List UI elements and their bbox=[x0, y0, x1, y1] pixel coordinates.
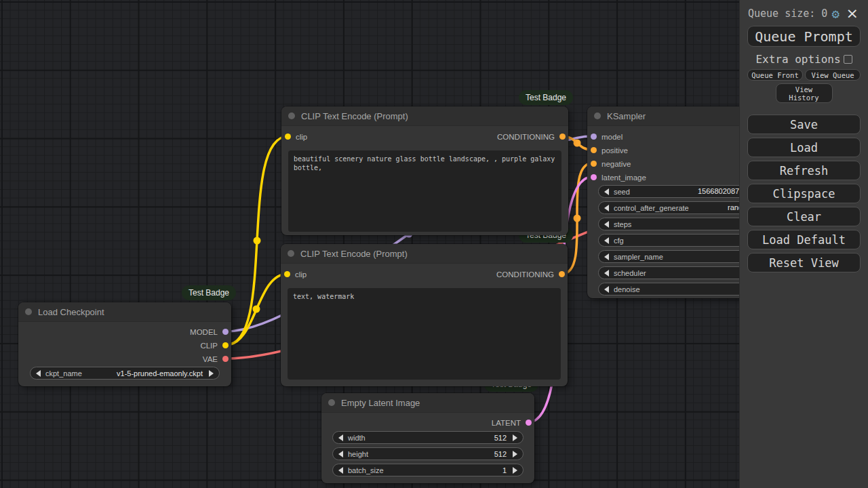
queue-prompt-button[interactable]: Queue Prompt bbox=[747, 26, 861, 47]
extra-options-checkbox[interactable] bbox=[844, 55, 852, 64]
node-graph-canvas[interactable]: Test Badge Test Badge Test Badge Test Ba… bbox=[0, 0, 868, 488]
clip-slot-icon[interactable] bbox=[222, 342, 229, 348]
refresh-button[interactable]: Refresh bbox=[747, 161, 861, 180]
decrement-arrow-icon[interactable] bbox=[338, 467, 343, 474]
input-slot-model[interactable]: model bbox=[591, 133, 623, 140]
output-slot-vae[interactable]: VAE bbox=[203, 355, 229, 363]
collapse-toggle-icon[interactable] bbox=[594, 113, 601, 119]
input-slot-latent-image[interactable]: latent_image bbox=[591, 174, 646, 181]
node-title-bar[interactable]: CLIP Text Encode (Prompt) bbox=[281, 106, 568, 126]
conditioning-slot-icon[interactable] bbox=[591, 147, 597, 153]
decrement-arrow-icon[interactable] bbox=[604, 253, 609, 260]
node-title-bar[interactable]: Load Checkpoint bbox=[18, 302, 231, 322]
decrement-arrow-icon[interactable] bbox=[36, 370, 41, 377]
decrement-arrow-icon[interactable] bbox=[338, 434, 343, 441]
node-empty-latent-image[interactable]: Empty Latent Image LATENT width 512 heig… bbox=[321, 393, 534, 483]
latent-slot-icon[interactable] bbox=[591, 174, 597, 180]
load-default-button[interactable]: Load Default bbox=[747, 230, 861, 249]
output-slot-model[interactable]: MODEL bbox=[190, 328, 229, 336]
extra-options-label: Extra options bbox=[755, 53, 840, 66]
output-slot-clip[interactable]: CLIP bbox=[200, 342, 229, 349]
node-load-checkpoint[interactable]: Load Checkpoint MODEL CLIP VAE ckpt_name… bbox=[18, 302, 231, 386]
node-title: CLIP Text Encode (Prompt) bbox=[300, 249, 408, 259]
node-title: Empty Latent Image bbox=[341, 398, 420, 408]
output-slot-latent[interactable]: LATENT bbox=[492, 419, 532, 426]
width-widget[interactable]: width 512 bbox=[332, 431, 524, 444]
comfy-menu-panel: Queue size: 0 ⚙ × Queue Prompt Extra opt… bbox=[739, 0, 868, 488]
collapse-toggle-icon[interactable] bbox=[288, 113, 295, 119]
model-slot-icon[interactable] bbox=[222, 329, 229, 335]
input-slot-clip[interactable]: clip bbox=[285, 133, 307, 140]
test-badge: Test Badge bbox=[519, 90, 573, 105]
ckpt-name-widget[interactable]: ckpt_name v1-5-pruned-emaonly.ckpt bbox=[30, 367, 220, 380]
clip-slot-icon[interactable] bbox=[285, 134, 291, 140]
decrement-arrow-icon[interactable] bbox=[604, 270, 609, 277]
queue-size-label: Queue size: 0 bbox=[748, 7, 827, 20]
increment-arrow-icon[interactable] bbox=[513, 451, 517, 458]
extra-options-row: Extra options bbox=[740, 53, 868, 66]
clear-button[interactable]: Clear bbox=[747, 207, 861, 226]
vae-slot-icon[interactable] bbox=[222, 356, 229, 362]
menu-header: Queue size: 0 ⚙ × bbox=[740, 0, 868, 21]
conditioning-slot-icon[interactable] bbox=[559, 271, 565, 277]
decrement-arrow-icon[interactable] bbox=[604, 237, 609, 244]
node-clip-text-encode-1[interactable]: CLIP Text Encode (Prompt) clip CONDITION… bbox=[281, 106, 568, 235]
conditioning-slot-icon[interactable] bbox=[559, 134, 566, 140]
decrement-arrow-icon[interactable] bbox=[604, 286, 609, 293]
positive-prompt-textarea[interactable]: beautiful scenery nature glass bottle la… bbox=[288, 150, 561, 232]
collapse-toggle-icon[interactable] bbox=[288, 250, 294, 257]
save-button[interactable]: Save bbox=[747, 115, 861, 134]
decrement-arrow-icon[interactable] bbox=[338, 451, 343, 458]
increment-arrow-icon[interactable] bbox=[209, 370, 214, 377]
output-slot-conditioning[interactable]: CONDITIONING bbox=[496, 270, 565, 278]
input-slot-negative[interactable]: negative bbox=[591, 160, 631, 167]
queue-front-button[interactable]: Queue Front bbox=[747, 69, 803, 81]
node-title: CLIP Text Encode (Prompt) bbox=[301, 111, 408, 121]
model-slot-icon[interactable] bbox=[591, 134, 597, 140]
input-slot-positive[interactable]: positive bbox=[591, 146, 628, 154]
close-icon[interactable]: × bbox=[846, 6, 859, 21]
conditioning-slot-icon[interactable] bbox=[591, 161, 597, 167]
settings-gear-icon[interactable]: ⚙ bbox=[831, 7, 839, 20]
output-slot-conditioning[interactable]: CONDITIONING bbox=[497, 133, 566, 140]
node-title: Load Checkpoint bbox=[38, 307, 104, 317]
node-clip-text-encode-2[interactable]: CLIP Text Encode (Prompt) clip CONDITION… bbox=[281, 244, 568, 386]
increment-arrow-icon[interactable] bbox=[513, 467, 517, 474]
collapse-toggle-icon[interactable] bbox=[328, 399, 335, 406]
node-title-bar[interactable]: CLIP Text Encode (Prompt) bbox=[281, 244, 568, 264]
increment-arrow-icon[interactable] bbox=[513, 434, 517, 441]
load-button[interactable]: Load bbox=[747, 138, 861, 157]
test-badge: Test Badge bbox=[182, 285, 236, 300]
clip-slot-icon[interactable] bbox=[284, 271, 290, 277]
negative-prompt-textarea[interactable]: text, watermark bbox=[288, 288, 561, 380]
batch-size-widget[interactable]: batch_size 1 bbox=[332, 464, 524, 476]
view-history-button[interactable]: View History bbox=[776, 83, 833, 103]
view-queue-button[interactable]: View Queue bbox=[805, 69, 861, 81]
decrement-arrow-icon[interactable] bbox=[604, 221, 609, 228]
node-title: KSampler bbox=[607, 111, 646, 121]
latent-slot-icon[interactable] bbox=[526, 420, 532, 426]
height-widget[interactable]: height 512 bbox=[332, 447, 524, 460]
decrement-arrow-icon[interactable] bbox=[604, 188, 609, 195]
clipspace-button[interactable]: Clipspace bbox=[747, 184, 861, 203]
decrement-arrow-icon[interactable] bbox=[604, 205, 609, 211]
reset-view-button[interactable]: Reset View bbox=[747, 253, 861, 272]
node-title-bar[interactable]: Empty Latent Image bbox=[321, 393, 534, 413]
collapse-toggle-icon[interactable] bbox=[25, 308, 32, 315]
input-slot-clip[interactable]: clip bbox=[284, 270, 307, 278]
